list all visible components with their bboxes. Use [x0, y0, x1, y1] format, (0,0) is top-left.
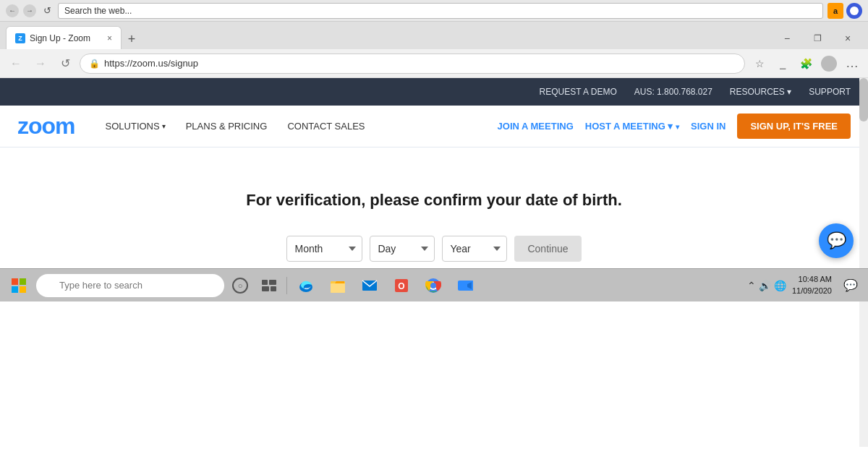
support-link[interactable]: SUPPORT — [809, 87, 851, 97]
request-demo-link[interactable]: REQUEST A DEMO — [540, 87, 617, 97]
scrollbar-thumb[interactable] — [859, 78, 868, 121]
tab-title: Sign Up - Zoom — [30, 33, 90, 43]
amazon-icon: a — [827, 3, 843, 19]
scrollbar[interactable] — [859, 78, 868, 447]
url-display: https://zoom.us/signup — [104, 58, 198, 69]
day-select[interactable]: Day 12345 678910 1112131415 1617181920 2… — [370, 236, 435, 262]
sign-in-link[interactable]: SIGN IN — [691, 121, 726, 132]
star-button[interactable]: ☆ — [749, 54, 770, 74]
contact-sales-nav-link[interactable]: CONTACT SALES — [277, 121, 375, 132]
taskbar-files-app[interactable] — [323, 273, 352, 299]
chat-bubble-button[interactable]: 💬 — [819, 223, 854, 258]
taskbar-chrome-app[interactable] — [419, 273, 448, 299]
signup-button[interactable]: SIGN UP, IT'S FREE — [737, 114, 851, 139]
minimize-button[interactable]: − — [773, 30, 801, 46]
extension-icon — [846, 3, 862, 19]
phone-link[interactable]: AUS: 1.800.768.027 — [634, 87, 712, 97]
svg-rect-18 — [459, 281, 469, 290]
tray-network[interactable]: 🌐 — [774, 280, 786, 291]
svg-rect-10 — [331, 283, 345, 293]
addr-back-button[interactable]: ← — [6, 54, 26, 74]
addr-refresh-button[interactable]: ↺ — [55, 54, 75, 74]
new-tab-button[interactable]: + — [122, 29, 142, 49]
notification-button[interactable]: 💬 — [838, 273, 864, 299]
svg-text:O: O — [398, 281, 404, 291]
host-meeting-link[interactable]: HOST A MEETING ▾ — [585, 121, 679, 132]
extensions-button[interactable]: 🧩 — [796, 54, 816, 74]
start-button[interactable] — [4, 273, 33, 299]
plans-pricing-nav-link[interactable]: PLANS & PRICING — [176, 121, 278, 132]
svg-rect-6 — [262, 286, 269, 291]
taskbar-office-app[interactable]: O — [387, 273, 416, 299]
more-options-button[interactable]: … — [842, 54, 862, 74]
collections-button[interactable]: ⎯ — [773, 54, 793, 74]
dob-row: Month JanuaryFebruaryMarch AprilMayJune … — [286, 236, 581, 262]
month-select[interactable]: Month JanuaryFebruaryMarch AprilMayJune … — [286, 236, 362, 262]
taskbar-taskview-button[interactable] — [256, 273, 282, 299]
svg-point-16 — [430, 283, 436, 288]
svg-rect-7 — [271, 286, 276, 291]
address-field[interactable]: 🔒 https://zoom.us/signup — [80, 54, 745, 74]
year-select[interactable]: Year 2020201020001990 198019701960 — [442, 236, 507, 262]
svg-rect-4 — [262, 280, 268, 285]
svg-rect-5 — [269, 280, 276, 285]
tray-volume[interactable]: 🔊 — [759, 280, 771, 291]
zoom-topbar: REQUEST A DEMO AUS: 1.800.768.027 RESOUR… — [0, 78, 868, 106]
tab-close-button[interactable]: × — [107, 33, 112, 43]
continue-button[interactable]: Continue — [514, 236, 581, 262]
refresh-button[interactable]: ↺ — [41, 4, 54, 17]
tab-favicon: Z — [15, 33, 25, 43]
taskbar-mail-app[interactable] — [355, 273, 384, 299]
taskbar-zoom-app[interactable] — [451, 273, 480, 299]
taskbar-edge-app[interactable] — [292, 273, 320, 299]
restore-button[interactable]: ❐ — [803, 30, 832, 46]
taskbar-search-input[interactable] — [36, 274, 224, 297]
svg-rect-3 — [20, 286, 26, 293]
lock-icon: 🔒 — [89, 59, 100, 69]
taskbar-search-wrapper: 🔍 — [36, 274, 224, 297]
taskbar-right-tray: ⌃ 🔊 🌐 10:48 AM 11/09/2020 💬 — [747, 273, 864, 299]
forward-button[interactable]: → — [23, 4, 36, 17]
taskbar: 🔍 ○ — [0, 268, 868, 301]
taskbar-divider — [286, 277, 287, 294]
svg-rect-0 — [12, 278, 18, 285]
resources-link[interactable]: RESOURCES ▾ — [730, 87, 791, 97]
zoom-logo[interactable]: zoom — [17, 113, 75, 140]
browser-search-bar[interactable] — [58, 3, 823, 19]
svg-rect-1 — [20, 278, 26, 285]
join-meeting-link[interactable]: JOIN A MEETING — [498, 121, 574, 132]
profile-button[interactable] — [819, 54, 839, 74]
zoom-main-nav: zoom SOLUTIONS PLANS & PRICING CONTACT S… — [0, 106, 868, 147]
chat-icon: 💬 — [827, 231, 846, 250]
back-button[interactable]: ← — [6, 4, 19, 17]
svg-rect-2 — [12, 286, 18, 293]
solutions-nav-link[interactable]: SOLUTIONS — [95, 121, 176, 132]
taskbar-cortana-button[interactable]: ○ — [227, 273, 253, 299]
active-tab[interactable]: Z Sign Up - Zoom × — [6, 26, 122, 49]
close-window-button[interactable]: × — [833, 30, 862, 46]
taskbar-time-display[interactable]: 10:48 AM 11/09/2020 — [792, 274, 832, 296]
addr-forward-button[interactable]: → — [30, 54, 51, 74]
tray-chevron[interactable]: ⌃ — [747, 280, 756, 291]
verification-title: For verification, please confirm your da… — [246, 191, 622, 210]
